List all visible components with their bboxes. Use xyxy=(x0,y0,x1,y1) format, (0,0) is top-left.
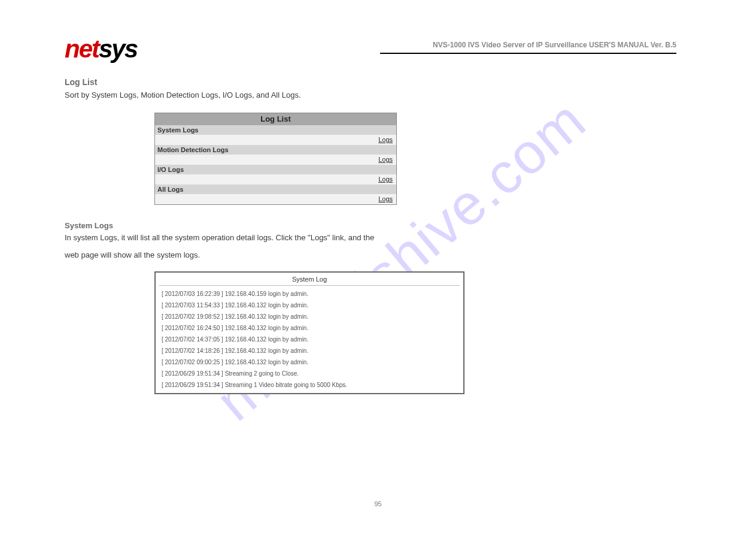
manual-title: NVS-1000 IVS Video Server of IP Surveill… xyxy=(380,41,676,49)
title-divider xyxy=(380,53,676,54)
log-line: [ 2012/06/29 19:51:34 ] Streaming 1 Vide… xyxy=(162,379,457,391)
log-linkrow-system: Logs xyxy=(155,135,396,145)
system-log-title: System Log xyxy=(159,274,460,286)
logo-sys: sys xyxy=(99,35,137,63)
log-line: [ 2012/07/02 19:08:52 ] 192.168.40.132 l… xyxy=(162,311,457,322)
log-line: [ 2012/07/02 14:18:26 ] 192.168.40.132 l… xyxy=(162,345,457,356)
log-linkrow-io: Logs xyxy=(155,174,396,185)
section-intro-text: Sort by System Logs, Motion Detection Lo… xyxy=(65,90,301,99)
log-list-title: Log List xyxy=(155,113,396,125)
log-line: [ 2012/07/02 14:37:05 ] 192.168.40.132 l… xyxy=(162,334,457,345)
log-linkrow-motion: Logs xyxy=(155,155,396,165)
log-category-motion: Motion Detection Logs xyxy=(155,145,396,155)
log-category-all: All Logs xyxy=(155,185,396,194)
log-line: [ 2012/06/29 19:51:34 ] Streaming 2 goin… xyxy=(162,368,457,379)
logs-link-motion[interactable]: Logs xyxy=(378,156,393,163)
section-intro: Log List Sort by System Logs, Motion Det… xyxy=(65,77,669,101)
page: manualshive.com netsys NVS-1000 IVS Vide… xyxy=(0,0,756,535)
manual-title-block: NVS-1000 IVS Video Server of IP Surveill… xyxy=(380,41,676,58)
logs-link-io[interactable]: Logs xyxy=(378,176,393,183)
log-line: [ 2012/07/02 09:00:25 ] 192.168.40.132 l… xyxy=(162,356,457,368)
section-heading: Log List xyxy=(65,77,669,87)
subsection-block: System Logs In system Logs, it will list… xyxy=(65,220,669,243)
subsection-text2: web page will show all the system logs. xyxy=(65,250,669,259)
log-list-panel: Log List System Logs Logs Motion Detecti… xyxy=(154,113,397,205)
subsection-heading: System Logs xyxy=(65,220,669,231)
log-line: [ 2012/07/02 16:24:50 ] 192.168.40.132 l… xyxy=(162,322,457,334)
log-category-io: I/O Logs xyxy=(155,165,396,174)
log-linkrow-all: Logs xyxy=(155,194,396,204)
logo-net: net xyxy=(65,35,99,63)
system-log-body: [ 2012/07/03 16:22:39 ] 192.168.40.159 l… xyxy=(156,286,463,393)
system-log-panel: System Log [ 2012/07/03 16:22:39 ] 192.1… xyxy=(154,271,464,394)
brand-logo: netsys xyxy=(65,35,137,64)
subsection-text: In system Logs, it will list all the sys… xyxy=(65,233,374,242)
page-number: 95 xyxy=(0,500,756,507)
logs-link-all[interactable]: Logs xyxy=(378,195,393,202)
logs-link-system[interactable]: Logs xyxy=(378,136,393,143)
log-category-system: System Logs xyxy=(155,125,396,135)
log-line: [ 2012/07/03 16:22:39 ] 192.168.40.159 l… xyxy=(162,288,457,300)
log-line: [ 2012/07/03 11:54:33 ] 192.168.40.132 l… xyxy=(162,300,457,311)
